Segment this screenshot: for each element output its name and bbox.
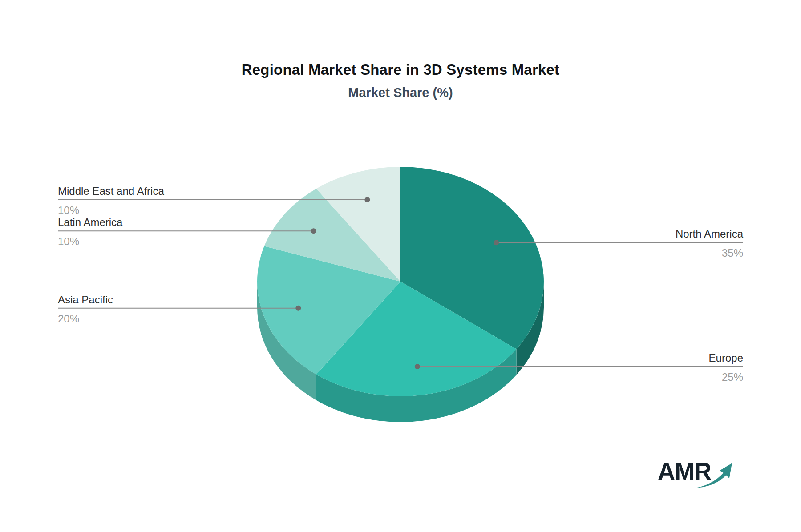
pie-chart-svg: North America35%Europe25%Asia Pacific20%… <box>0 0 801 532</box>
callout-dot-north-america <box>494 240 499 245</box>
callout-dot-middle-east-and-africa <box>364 197 370 202</box>
slice-value-europe: 25% <box>722 371 743 383</box>
slice-value-latin-america: 10% <box>58 235 79 247</box>
slice-label-latin-america: Latin America <box>58 216 123 228</box>
slice-label-europe: Europe <box>709 352 743 364</box>
callout-dot-latin-america <box>311 228 316 234</box>
slice-label-middle-east-and-africa: Middle East and Africa <box>58 185 164 197</box>
callout-dot-europe <box>415 364 420 369</box>
slice-value-north-america: 35% <box>722 247 743 259</box>
slice-label-north-america: North America <box>676 228 744 240</box>
slice-label-asia-pacific: Asia Pacific <box>58 294 113 306</box>
chart-area: Regional Market Share in 3D Systems Mark… <box>0 0 801 532</box>
slice-value-middle-east-and-africa: 10% <box>58 204 79 216</box>
slice-value-asia-pacific: 20% <box>58 313 79 325</box>
growth-arrow-icon <box>695 462 732 488</box>
callout-dot-asia-pacific <box>295 306 301 311</box>
brand-logo: AMR <box>658 459 747 490</box>
